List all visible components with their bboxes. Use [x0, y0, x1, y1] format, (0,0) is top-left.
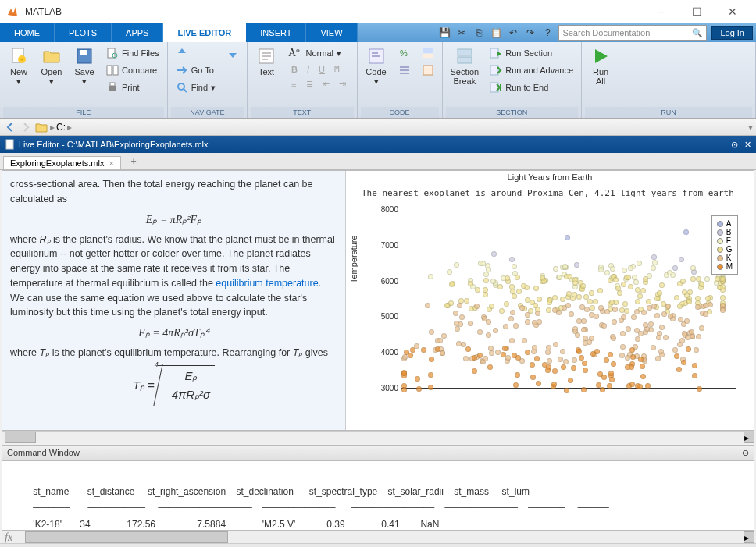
percent-icon: % — [398, 47, 411, 59]
svg-rect-4 — [80, 50, 87, 55]
search-input[interactable]: Search Documentation🔍 — [558, 25, 707, 41]
editor-close-button[interactable]: ✕ — [744, 140, 751, 150]
add-file-tab-button[interactable]: ＋ — [124, 153, 143, 169]
cmd-scrollbar-h[interactable]: ▸ — [2, 531, 754, 543]
run-section-button[interactable]: Run Section — [487, 45, 576, 61]
nav-back-button[interactable] — [3, 120, 17, 134]
login-button[interactable]: Log In — [711, 26, 753, 40]
tab-view[interactable]: VIEW — [306, 23, 357, 42]
tab-live-editor[interactable]: LIVE EDITOR — [163, 23, 246, 42]
text-icon — [257, 47, 276, 66]
editor-doc-icon — [5, 139, 16, 150]
section-break-button[interactable]: Section Break — [446, 44, 484, 89]
code-percent-button[interactable]: % — [395, 45, 414, 61]
scatter-plot[interactable]: Temperature 8000 7000 6000 5000 4000 300… — [369, 201, 744, 404]
close-button[interactable]: ✕ — [715, 4, 750, 20]
tab-apps[interactable]: APPS — [112, 23, 163, 42]
editor-popup-button[interactable]: ⊙ — [731, 140, 738, 150]
outdent-icon[interactable]: ⇤ — [319, 79, 333, 89]
paste-icon[interactable]: 📋 — [490, 27, 502, 39]
save-disk-icon — [75, 47, 94, 66]
window-titlebar: MATLAB ─ ☐ ✕ — [0, 0, 756, 23]
nav-up-button[interactable] — [173, 45, 219, 61]
code-opt1-icon — [422, 47, 434, 59]
text-button[interactable]: Text — [251, 44, 282, 80]
bold-button[interactable]: B — [288, 65, 301, 74]
ribbon-group-text: Text AºNormal ▾ B I U M ≡ ≣ ⇤ ⇥ TEXT — [248, 42, 357, 118]
redo-icon[interactable]: ↷ — [524, 27, 537, 39]
live-script-text[interactable]: cross-sectional area. Then the total ene… — [2, 171, 346, 430]
path-segment[interactable]: C: — [56, 122, 66, 133]
path-sep: ▸ — [50, 122, 55, 133]
svg-rect-7 — [107, 66, 112, 75]
path-dropdown-button[interactable]: ▾ — [748, 122, 753, 133]
svg-text:%: % — [400, 48, 408, 58]
save-icon[interactable]: 💾 — [438, 27, 451, 39]
copy-icon[interactable]: ⎘ — [472, 27, 485, 39]
open-button[interactable]: Open▾ — [36, 44, 67, 89]
code-opt2-button[interactable] — [419, 62, 437, 78]
code-button[interactable]: Code▾ — [361, 44, 392, 89]
doc-scrollbar-h[interactable]: ▸ — [2, 431, 754, 443]
folder-icon[interactable] — [34, 120, 48, 134]
tab-insert[interactable]: INSERT — [246, 23, 306, 42]
tab-plots[interactable]: PLOTS — [55, 23, 112, 42]
ribbon-group-file: + New▾ Open▾ Save▾ Find Files Compare Pr… — [0, 42, 168, 118]
command-window-menu-button[interactable]: ⊙ — [742, 448, 749, 458]
document-area: cross-sectional area. Then the total ene… — [2, 170, 754, 431]
compare-button[interactable]: Compare — [103, 62, 162, 78]
help-icon[interactable]: ? — [541, 27, 554, 39]
run-all-button[interactable]: Run All — [585, 44, 616, 89]
code-indent-button[interactable] — [395, 62, 414, 78]
find-files-icon — [106, 47, 119, 59]
italic-button[interactable]: I — [304, 65, 312, 74]
code-icon — [367, 47, 386, 66]
new-button[interactable]: + New▾ — [3, 44, 34, 89]
plot-legend: A B F G K M — [711, 215, 738, 275]
run-end-button[interactable]: Run to End — [487, 80, 576, 95]
goto-button[interactable]: Go To — [173, 62, 219, 78]
code-opt1-button[interactable] — [419, 45, 437, 61]
svg-rect-8 — [113, 66, 118, 75]
find-button[interactable]: Find ▾ — [173, 80, 219, 95]
plot-ylabel: Temperature — [349, 235, 358, 283]
arrow-down-icon — [226, 47, 239, 59]
file-tab-active[interactable]: ExploringExoplanets.mlx × — [3, 156, 121, 169]
save-button[interactable]: Save▾ — [69, 44, 100, 89]
maximize-button[interactable]: ☐ — [679, 4, 715, 20]
code-opt2-icon — [422, 64, 434, 76]
list-ol-icon[interactable]: ≡ — [288, 80, 299, 89]
link-equilibrium-temperature[interactable]: equilibrium temperature — [216, 278, 318, 289]
cut-icon[interactable]: ✂ — [455, 27, 468, 39]
file-tab-close-icon[interactable]: × — [109, 158, 113, 168]
find-files-button[interactable]: Find Files — [103, 45, 162, 61]
style-dropdown[interactable]: AºNormal ▾ — [285, 45, 351, 61]
goto-icon — [176, 64, 188, 76]
svg-rect-25 — [458, 57, 472, 63]
tab-home[interactable]: HOME — [0, 23, 55, 42]
nav-down-button[interactable] — [223, 45, 242, 61]
ribbon-group-run: Run All RUN — [582, 42, 756, 118]
svg-rect-24 — [458, 49, 472, 55]
run-advance-button[interactable]: Run and Advance — [487, 62, 576, 78]
indent-icon[interactable]: ⇥ — [336, 79, 349, 89]
underline-button[interactable]: U — [316, 65, 328, 74]
command-window[interactable]: fx st_name st_distance st_right_ascensio… — [2, 460, 754, 531]
ribbon-group-navigate: Go To Find ▾ NAVIGATE — [168, 42, 248, 118]
group-label-file: FILE — [3, 107, 164, 118]
mono-button[interactable]: M — [331, 64, 343, 74]
group-label-run: RUN — [585, 107, 752, 118]
print-button[interactable]: Print — [103, 80, 162, 95]
indent-code-icon — [398, 64, 411, 76]
list-ul-icon[interactable]: ≣ — [303, 79, 316, 89]
nav-fwd-button[interactable] — [19, 120, 33, 134]
main-tabstrip: HOME PLOTS APPS LIVE EDITOR INSERT VIEW … — [0, 23, 756, 42]
status-bar: ⦙⦙⦙ — [0, 543, 756, 547]
format-row: B I U M — [285, 62, 351, 76]
minimize-button[interactable]: ─ — [644, 4, 679, 20]
svg-text:+: + — [20, 56, 24, 63]
svg-rect-29 — [6, 140, 13, 149]
file-tab-label: ExploringExoplanets.mlx — [10, 158, 104, 168]
undo-icon[interactable]: ↶ — [507, 27, 519, 39]
window-title: MATLAB — [25, 6, 644, 17]
